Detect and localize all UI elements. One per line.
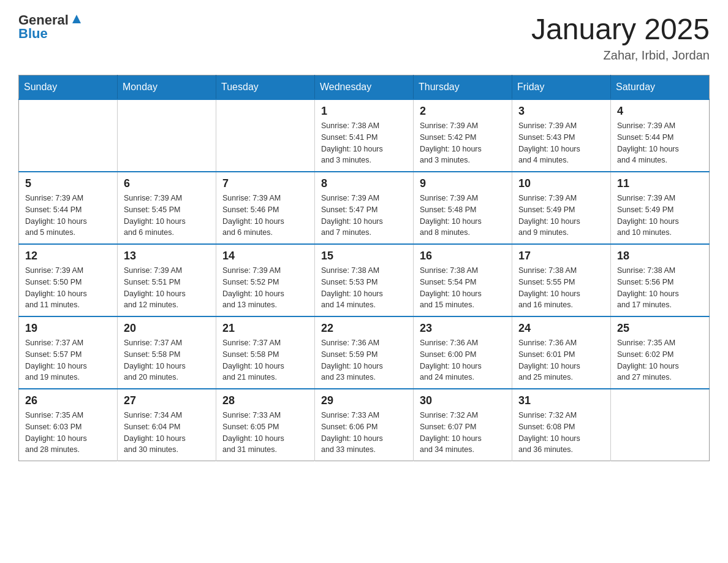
day-cell: 31Sunrise: 7:32 AM Sunset: 6:08 PM Dayli… bbox=[512, 389, 611, 461]
day-number: 15 bbox=[321, 250, 407, 262]
day-info: Sunrise: 7:38 AM Sunset: 5:53 PM Dayligh… bbox=[321, 265, 407, 311]
day-info: Sunrise: 7:36 AM Sunset: 5:59 PM Dayligh… bbox=[321, 337, 407, 383]
day-cell: 7Sunrise: 7:39 AM Sunset: 5:46 PM Daylig… bbox=[216, 172, 315, 244]
day-info: Sunrise: 7:39 AM Sunset: 5:46 PM Dayligh… bbox=[222, 193, 308, 239]
day-cell: 2Sunrise: 7:39 AM Sunset: 5:42 PM Daylig… bbox=[414, 99, 512, 172]
day-cell: 6Sunrise: 7:39 AM Sunset: 5:45 PM Daylig… bbox=[118, 172, 216, 244]
day-info: Sunrise: 7:39 AM Sunset: 5:43 PM Dayligh… bbox=[518, 120, 604, 166]
day-number: 9 bbox=[420, 177, 506, 190]
day-cell: 9Sunrise: 7:39 AM Sunset: 5:48 PM Daylig… bbox=[414, 172, 512, 244]
day-info: Sunrise: 7:36 AM Sunset: 6:00 PM Dayligh… bbox=[420, 337, 506, 383]
day-number: 19 bbox=[25, 322, 111, 335]
day-info: Sunrise: 7:39 AM Sunset: 5:49 PM Dayligh… bbox=[518, 193, 604, 239]
day-cell bbox=[216, 99, 315, 172]
week-row-1: 1Sunrise: 7:38 AM Sunset: 5:41 PM Daylig… bbox=[19, 99, 710, 172]
day-number: 25 bbox=[617, 322, 703, 335]
day-info: Sunrise: 7:39 AM Sunset: 5:52 PM Dayligh… bbox=[222, 265, 308, 311]
day-info: Sunrise: 7:38 AM Sunset: 5:54 PM Dayligh… bbox=[420, 265, 506, 311]
day-info: Sunrise: 7:38 AM Sunset: 5:55 PM Dayligh… bbox=[518, 265, 604, 311]
day-number: 17 bbox=[518, 250, 604, 262]
header-cell-wednesday: Wednesday bbox=[315, 75, 414, 100]
day-info: Sunrise: 7:38 AM Sunset: 5:56 PM Dayligh… bbox=[617, 265, 703, 311]
day-info: Sunrise: 7:37 AM Sunset: 5:57 PM Dayligh… bbox=[25, 337, 111, 383]
day-number: 1 bbox=[321, 105, 407, 118]
day-number: 11 bbox=[617, 177, 703, 190]
day-cell: 24Sunrise: 7:36 AM Sunset: 6:01 PM Dayli… bbox=[512, 316, 611, 389]
day-number: 18 bbox=[617, 250, 703, 262]
day-cell: 13Sunrise: 7:39 AM Sunset: 5:51 PM Dayli… bbox=[118, 244, 216, 316]
logo: General Blue bbox=[18, 12, 83, 42]
day-cell: 28Sunrise: 7:33 AM Sunset: 6:05 PM Dayli… bbox=[216, 389, 315, 461]
day-cell: 29Sunrise: 7:33 AM Sunset: 6:06 PM Dayli… bbox=[315, 389, 414, 461]
day-number: 4 bbox=[617, 105, 703, 118]
header-cell-sunday: Sunday bbox=[19, 75, 118, 100]
day-number: 24 bbox=[518, 322, 604, 335]
calendar-header: SundayMondayTuesdayWednesdayThursdayFrid… bbox=[19, 75, 710, 100]
day-number: 2 bbox=[420, 105, 506, 118]
day-number: 23 bbox=[420, 322, 506, 335]
day-cell bbox=[19, 99, 118, 172]
day-cell: 3Sunrise: 7:39 AM Sunset: 5:43 PM Daylig… bbox=[512, 99, 611, 172]
day-cell: 12Sunrise: 7:39 AM Sunset: 5:50 PM Dayli… bbox=[19, 244, 118, 316]
day-cell: 22Sunrise: 7:36 AM Sunset: 5:59 PM Dayli… bbox=[315, 316, 414, 389]
day-cell: 30Sunrise: 7:32 AM Sunset: 6:07 PM Dayli… bbox=[414, 389, 512, 461]
day-number: 16 bbox=[420, 250, 506, 262]
day-number: 20 bbox=[124, 322, 210, 335]
day-number: 8 bbox=[321, 177, 407, 190]
day-info: Sunrise: 7:34 AM Sunset: 6:04 PM Dayligh… bbox=[124, 410, 210, 456]
day-number: 28 bbox=[222, 394, 308, 407]
day-number: 22 bbox=[321, 322, 407, 335]
day-cell: 17Sunrise: 7:38 AM Sunset: 5:55 PM Dayli… bbox=[512, 244, 611, 316]
logo-blue: Blue bbox=[18, 26, 48, 42]
day-cell bbox=[611, 389, 710, 461]
logo-triangle-icon bbox=[70, 12, 83, 26]
day-info: Sunrise: 7:39 AM Sunset: 5:45 PM Dayligh… bbox=[124, 193, 210, 239]
day-number: 31 bbox=[518, 394, 604, 407]
day-info: Sunrise: 7:32 AM Sunset: 6:07 PM Dayligh… bbox=[420, 410, 506, 456]
header-cell-saturday: Saturday bbox=[611, 75, 710, 100]
day-cell: 19Sunrise: 7:37 AM Sunset: 5:57 PM Dayli… bbox=[19, 316, 118, 389]
day-cell: 11Sunrise: 7:39 AM Sunset: 5:49 PM Dayli… bbox=[611, 172, 710, 244]
header-cell-tuesday: Tuesday bbox=[216, 75, 315, 100]
header-row: SundayMondayTuesdayWednesdayThursdayFrid… bbox=[19, 75, 710, 100]
calendar-body: 1Sunrise: 7:38 AM Sunset: 5:41 PM Daylig… bbox=[19, 99, 710, 461]
day-info: Sunrise: 7:33 AM Sunset: 6:06 PM Dayligh… bbox=[321, 410, 407, 456]
day-info: Sunrise: 7:32 AM Sunset: 6:08 PM Dayligh… bbox=[518, 410, 604, 456]
day-number: 6 bbox=[124, 177, 210, 190]
calendar-subtitle: Zahar, Irbid, Jordan bbox=[531, 48, 710, 63]
day-info: Sunrise: 7:39 AM Sunset: 5:47 PM Dayligh… bbox=[321, 193, 407, 239]
day-info: Sunrise: 7:39 AM Sunset: 5:49 PM Dayligh… bbox=[617, 193, 703, 239]
day-info: Sunrise: 7:35 AM Sunset: 6:03 PM Dayligh… bbox=[25, 410, 111, 456]
calendar-title: January 2025 bbox=[531, 12, 710, 46]
day-number: 29 bbox=[321, 394, 407, 407]
day-cell: 14Sunrise: 7:39 AM Sunset: 5:52 PM Dayli… bbox=[216, 244, 315, 316]
day-cell: 27Sunrise: 7:34 AM Sunset: 6:04 PM Dayli… bbox=[118, 389, 216, 461]
page-header: General Blue January 2025 Zahar, Irbid, … bbox=[18, 12, 710, 63]
day-cell: 21Sunrise: 7:37 AM Sunset: 5:58 PM Dayli… bbox=[216, 316, 315, 389]
day-cell: 16Sunrise: 7:38 AM Sunset: 5:54 PM Dayli… bbox=[414, 244, 512, 316]
day-info: Sunrise: 7:39 AM Sunset: 5:48 PM Dayligh… bbox=[420, 193, 506, 239]
day-info: Sunrise: 7:37 AM Sunset: 5:58 PM Dayligh… bbox=[222, 337, 308, 383]
week-row-4: 19Sunrise: 7:37 AM Sunset: 5:57 PM Dayli… bbox=[19, 316, 710, 389]
day-cell: 25Sunrise: 7:35 AM Sunset: 6:02 PM Dayli… bbox=[611, 316, 710, 389]
day-info: Sunrise: 7:39 AM Sunset: 5:44 PM Dayligh… bbox=[25, 193, 111, 239]
day-number: 30 bbox=[420, 394, 506, 407]
day-number: 5 bbox=[25, 177, 111, 190]
day-number: 3 bbox=[518, 105, 604, 118]
day-number: 26 bbox=[25, 394, 111, 407]
header-cell-friday: Friday bbox=[512, 75, 611, 100]
header-cell-thursday: Thursday bbox=[414, 75, 512, 100]
day-cell bbox=[118, 99, 216, 172]
day-cell: 4Sunrise: 7:39 AM Sunset: 5:44 PM Daylig… bbox=[611, 99, 710, 172]
svg-marker-0 bbox=[72, 15, 81, 23]
day-number: 13 bbox=[124, 250, 210, 262]
day-cell: 8Sunrise: 7:39 AM Sunset: 5:47 PM Daylig… bbox=[315, 172, 414, 244]
day-cell: 23Sunrise: 7:36 AM Sunset: 6:00 PM Dayli… bbox=[414, 316, 512, 389]
day-number: 7 bbox=[222, 177, 308, 190]
day-info: Sunrise: 7:36 AM Sunset: 6:01 PM Dayligh… bbox=[518, 337, 604, 383]
day-info: Sunrise: 7:39 AM Sunset: 5:44 PM Dayligh… bbox=[617, 120, 703, 166]
day-info: Sunrise: 7:33 AM Sunset: 6:05 PM Dayligh… bbox=[222, 410, 308, 456]
day-info: Sunrise: 7:39 AM Sunset: 5:51 PM Dayligh… bbox=[124, 265, 210, 311]
day-info: Sunrise: 7:37 AM Sunset: 5:58 PM Dayligh… bbox=[124, 337, 210, 383]
title-block: January 2025 Zahar, Irbid, Jordan bbox=[531, 12, 710, 63]
